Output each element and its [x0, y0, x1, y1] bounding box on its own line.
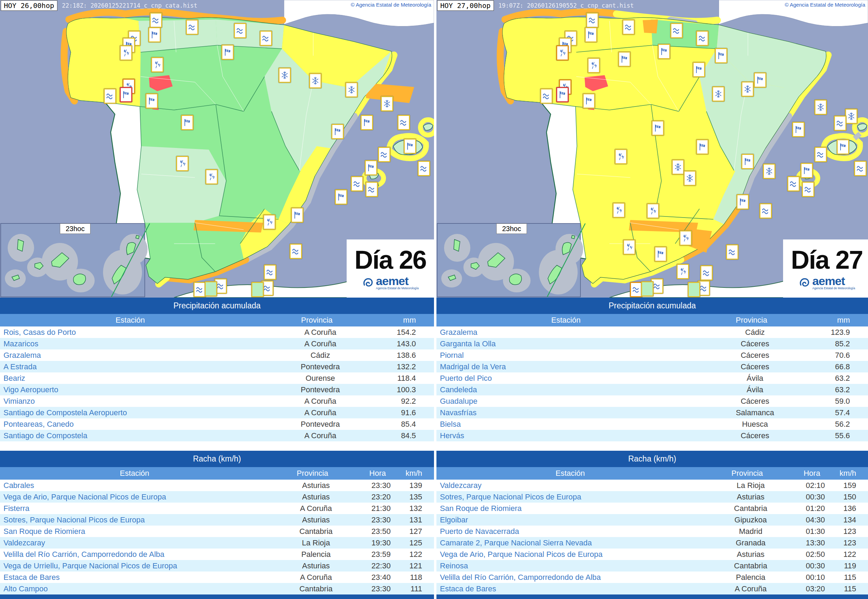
hora-cell: 22:30: [360, 561, 403, 570]
table-row: Velilla del Río Carrión, Camporredondo d…: [436, 572, 868, 583]
province-cell: Cáceres: [699, 397, 811, 406]
station-cell: Candeleda: [436, 385, 699, 394]
province-cell: Asturias: [272, 492, 359, 501]
station-cell: Garganta la Olla: [436, 339, 699, 348]
station-cell: Vega de Ario, Parque Nacional Picos de E…: [0, 492, 272, 501]
value-cell: 132.2: [376, 362, 434, 372]
province-cell: Cádiz: [264, 351, 376, 360]
station-cell: Vigo Aeropuerto: [0, 385, 264, 394]
value-cell: 123: [837, 527, 868, 536]
column-header: km/h: [399, 469, 434, 478]
aemet-logo: aemet Agencia Estatal de Meteorología: [362, 275, 419, 290]
hora-cell: 23:30: [360, 584, 403, 593]
province-cell: Cáceres: [699, 339, 811, 348]
table-row: ValdezcarayLa Rioja02:10159: [436, 480, 868, 491]
hora-cell: 01:20: [794, 504, 837, 513]
hora-cell: 13:30: [794, 539, 837, 548]
copyright-text: © Agencia Estatal de Meteorología: [785, 2, 865, 8]
canary-inset-label: 23hoc: [60, 223, 90, 234]
province-cell: A Coruña: [264, 397, 376, 406]
precip-table: GrazalemaCádiz123.9Garganta la OllaCácer…: [436, 327, 868, 441]
map-run-label: HOY 27,00hop: [437, 0, 494, 11]
value-cell: 63.2: [811, 385, 868, 394]
province-cell: Asturias: [272, 481, 359, 490]
map-meta-text: 19:07Z: 20260126190552_c_cnp_cant.hist: [498, 2, 634, 9]
table-row: Estaca de BaresA Coruña03:20115: [436, 583, 868, 594]
province-cell: A Coruña: [707, 584, 794, 593]
station-cell: Sotres, Parque Nacional Picos de Europa: [436, 492, 707, 501]
value-cell: 159: [837, 481, 868, 490]
station-cell: San Roque de Riomiera: [436, 504, 707, 513]
value-cell: 115: [837, 584, 868, 593]
table-row: ElgoibarGipuzkoa04:30134: [436, 514, 868, 525]
warning-map-day27: HOY 27,00hop 19:07Z: 20260126190552_c_cn…: [436, 0, 868, 298]
table-row: Velilla del Río Carrión, Camporredondo d…: [0, 549, 434, 560]
table-row: Vega de Ario, Parque Nacional Picos de E…: [0, 491, 434, 503]
province-cell: Granada: [707, 539, 794, 548]
province-cell: Cantabria: [707, 504, 794, 513]
value-cell: 66.8: [811, 362, 868, 372]
table-row: Estaca de BaresA Coruña23:40118: [0, 572, 434, 583]
table-row: CandeledaÁvila63.2: [436, 384, 868, 395]
hora-cell: 02:50: [794, 550, 837, 559]
value-cell: 119: [837, 561, 868, 570]
canary-inset-label: 23hoc: [496, 223, 527, 234]
aemet-swirl-icon: [799, 277, 810, 290]
province-cell: A Coruña: [264, 328, 376, 337]
panel-day27: HOY 27,00hop 19:07Z: 20260126190552_c_cn…: [436, 0, 868, 599]
copyright-text: © Agencia Estatal de Meteorología: [351, 2, 431, 8]
value-cell: 139: [403, 481, 434, 490]
hora-cell: 23:40: [360, 573, 403, 582]
table-row: BielsaHuesca56.2: [436, 418, 868, 430]
value-cell: 122: [837, 550, 868, 559]
table-row: Alto CampooCantabria23:30111: [0, 583, 434, 594]
table-row: San Roque de RiomieraCantabria01:20136: [436, 503, 868, 514]
column-header: Estación: [0, 316, 260, 325]
value-cell: 56.2: [811, 420, 868, 429]
province-cell: Pontevedra: [264, 420, 376, 429]
value-cell: 100.3: [376, 385, 434, 394]
column-header: Hora: [356, 469, 400, 478]
column-header: km/h: [833, 469, 868, 478]
province-cell: A Coruña: [264, 431, 376, 440]
station-cell: Alto Campoo: [0, 584, 272, 593]
hora-cell: 04:30: [794, 515, 837, 525]
column-header: Estación: [436, 316, 695, 325]
station-cell: Ponteareas, Canedo: [0, 420, 264, 429]
table-row: Sotres, Parque Nacional Picos de EuropaA…: [436, 491, 868, 503]
province-cell: La Rioja: [272, 539, 359, 548]
table-row: ValdezcarayLa Rioja19:30125: [0, 537, 434, 549]
province-cell: Palencia: [707, 573, 794, 582]
province-cell: La Rioja: [707, 481, 794, 490]
value-cell: 63.2: [811, 374, 868, 383]
station-cell: Piornal: [436, 351, 699, 360]
station-cell: Puerto de Navacerrada: [436, 527, 707, 536]
station-cell: Camarate 2, Parque Nacional Sierra Nevad…: [436, 539, 707, 548]
hora-cell: 23:59: [360, 550, 403, 559]
station-cell: Puerto del Pico: [436, 374, 699, 383]
station-cell: Navasfrías: [436, 408, 699, 417]
value-cell: 143.0: [376, 339, 434, 348]
value-cell: 85.2: [811, 339, 868, 348]
station-cell: Guadalupe: [436, 397, 699, 406]
value-cell: 118: [403, 573, 434, 582]
province-cell: Asturias: [272, 515, 359, 525]
column-header: mm: [373, 316, 434, 325]
aemet-wordmark: aemet: [812, 275, 855, 287]
table-row: MazaricosA Coruña143.0: [0, 338, 434, 349]
value-cell: 84.5: [376, 431, 434, 440]
province-cell: Cáceres: [699, 351, 811, 360]
province-cell: Cáceres: [699, 362, 811, 372]
value-cell: 111: [403, 584, 434, 593]
hora-cell: 21:30: [360, 504, 403, 513]
day-label: Día 26: [354, 247, 426, 273]
table-row: PiornalCáceres70.6: [436, 349, 868, 361]
province-cell: Cáceres: [699, 431, 811, 440]
province-cell: A Coruña: [272, 573, 359, 582]
value-cell: 154.2: [376, 328, 434, 337]
table-row: Madrigal de la VeraCáceres66.8: [436, 361, 868, 372]
table-row: Puerto del PicoÁvila63.2: [436, 372, 868, 384]
province-cell: Palencia: [272, 550, 359, 559]
station-cell: Cabrales: [0, 481, 272, 490]
racha-column-headers: EstaciónProvinciaHorakm/h: [0, 467, 434, 480]
